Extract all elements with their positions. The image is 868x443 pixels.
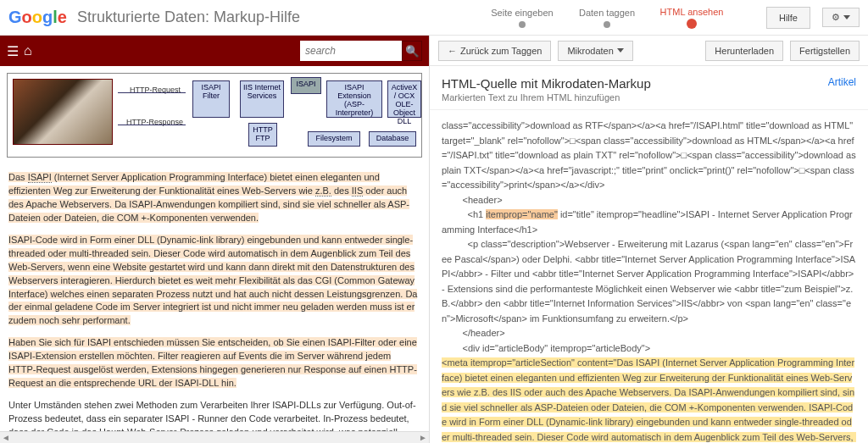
box-database: Database xyxy=(369,131,416,147)
site-header: ☰ ⌂ 🔍 xyxy=(0,36,429,66)
article-section-highlight: <meta itemprop="articleSection" content=… xyxy=(442,357,856,443)
search-button[interactable]: 🔍 xyxy=(402,41,422,61)
output-header: HTML-Quelle mit Mikrodaten-Markup Markie… xyxy=(430,66,868,110)
search-input[interactable] xyxy=(300,41,402,61)
step-3: HTML ansehen xyxy=(649,7,734,29)
preview-panel: ☰ ⌂ 🔍 HTTP-Request HTTP-Response ISAPI F… xyxy=(0,36,429,443)
box-filesystem: Filesystem xyxy=(308,131,360,147)
highlighted-text[interactable]: Das ISAPI (Internet Server Application P… xyxy=(8,172,409,223)
gear-icon: ⚙ xyxy=(832,12,840,23)
tool-title: Strukturierte Daten: Markup-Hilfe xyxy=(77,8,300,26)
horizontal-scrollbar[interactable]: ◄ ► xyxy=(0,431,429,443)
box-isapi-filter: ISAPI Filter xyxy=(192,80,230,118)
top-bar: Google Strukturierte Daten: Markup-Hilfe… xyxy=(0,0,868,36)
html-output-panel: ←Zurück zum Taggen Mikrodaten Herunterla… xyxy=(429,36,868,443)
article-content: Das ISAPI (Internet Server Application P… xyxy=(0,164,429,443)
menu-icon[interactable]: ☰ xyxy=(7,43,19,59)
finish-button[interactable]: Fertigstellen xyxy=(790,41,860,61)
help-button[interactable]: Hilfe xyxy=(766,7,810,29)
highlighted-text-2[interactable]: ISAPI-Code wird in Form einer DLL (Dynam… xyxy=(8,235,417,326)
output-toolbar: ←Zurück zum Taggen Mikrodaten Herunterla… xyxy=(430,36,868,66)
download-button[interactable]: Herunterladen xyxy=(705,41,783,61)
scroll-left-icon[interactable]: ◄ xyxy=(2,433,10,442)
box-http-ftp: HTTP FTP xyxy=(248,123,277,147)
arrow-left-icon: ← xyxy=(448,46,457,56)
highlighted-text-3[interactable]: Haben Sie sich für ISAPI entschieden müs… xyxy=(8,337,417,388)
scroll-right-icon[interactable]: ► xyxy=(419,433,427,442)
output-subtitle: Markierten Text zu Ihrem HTML hinzufügen xyxy=(442,92,651,102)
microdata-dropdown[interactable]: Mikrodaten xyxy=(558,41,632,61)
settings-button[interactable]: ⚙ xyxy=(822,8,860,27)
chevron-down-icon xyxy=(617,48,624,53)
article-link[interactable]: Artikel xyxy=(828,76,856,88)
box-isapi: ISAPI xyxy=(291,77,321,94)
google-logo: Google xyxy=(8,8,67,27)
code-output[interactable]: class="accessibility">download as RTF</s… xyxy=(430,110,868,443)
box-activex: ActiveX / OCX OLE-Object DLL xyxy=(387,80,421,118)
home-icon[interactable]: ⌂ xyxy=(24,43,32,58)
stepper: Seite eingeben Daten taggen HTML ansehen xyxy=(480,7,734,29)
search-icon: 🔍 xyxy=(405,45,420,58)
back-button[interactable]: ←Zurück zum Taggen xyxy=(438,41,551,61)
output-title: HTML-Quelle mit Mikrodaten-Markup xyxy=(442,76,651,91)
step-1: Seite eingeben xyxy=(480,8,565,28)
chevron-down-icon xyxy=(843,15,850,19)
hero-image xyxy=(13,79,113,145)
step-2: Daten taggen xyxy=(565,8,649,28)
box-isapi-ext: ISAPI Extension (ASP-Interpreter) xyxy=(326,80,382,118)
itemprop-name-highlight: itemprop="name" xyxy=(486,209,558,219)
diagram-area: HTTP-Request HTTP-Response ISAPI Filter … xyxy=(0,66,429,164)
box-iis: IIS Internet Services xyxy=(240,80,284,118)
